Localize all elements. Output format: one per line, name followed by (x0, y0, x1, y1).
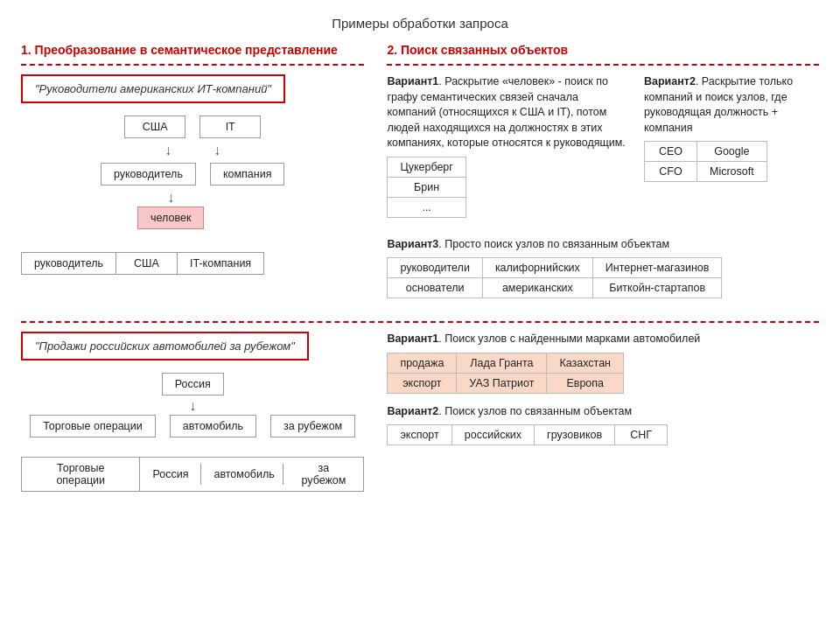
node-kompaniya: компания (210, 163, 285, 186)
flat2-node-1: Торговые операции (22, 458, 140, 491)
bv1-r2c2: УАЗ Патриот (457, 373, 547, 393)
table-row: экспорт УАЗ Патриот Европа (388, 373, 624, 393)
bottom-section: "Продажи российских автомобилей за рубеж… (21, 332, 819, 492)
node-zarubezh: за рубежом (270, 415, 355, 438)
arrow-mid: ↓ (0, 189, 364, 206)
variant2-title: Вариант2. Раскрытие только компаний и по… (644, 74, 819, 136)
bottom-v2-title: Вариант2. Поиск узлов по связанным объек… (387, 404, 819, 420)
divider2 (387, 64, 819, 66)
bv2-text: . Поиск узлов по связанным объектам (438, 405, 632, 417)
bottom-right-col: Вариант1. Поиск узлов с найденными марка… (380, 332, 819, 492)
table-row: продажа Лада Гранта Казахстан (388, 353, 624, 373)
page: Примеры обработки запроса 1. Преобразова… (0, 0, 840, 508)
v3-r2c1: основатели (388, 278, 482, 298)
variant1-table: Цукерберг Брин ... (387, 157, 466, 218)
bottom-variant1-block: Вариант1. Поиск узлов с найденными марка… (387, 332, 819, 394)
v2-r2c1: CFO (644, 162, 696, 182)
graph2-top-row: Россия (21, 373, 364, 396)
node-usa: США (124, 116, 186, 138)
node-it: IT (200, 116, 261, 138)
v3-r1c1: руководители (388, 258, 482, 278)
bv2-r1c3: грузовиков (535, 425, 615, 445)
bv1-r2c3: Европа (547, 373, 624, 393)
graph2-mid-row: Торговые операции автомобиль за рубежом (21, 415, 364, 438)
main-content: 1. Преобразование в семантическое предст… (21, 43, 819, 309)
table-row: Брин (388, 177, 466, 197)
v3-r2c3: Биткойн-стартапов (592, 278, 722, 298)
variants-split: Вариант1. Раскрытие «человек» - поиск по… (387, 74, 819, 228)
bv1-r2c1: экспорт (388, 373, 457, 393)
bv2-label: Вариант (387, 405, 432, 417)
table-row: руководители калифорнийских Интернет-маг… (388, 258, 722, 278)
right-column: 2. Поиск связанных объектов Вариант1. Ра… (380, 43, 819, 309)
section1-heading: 1. Преобразование в семантическое предст… (21, 43, 364, 57)
table-row: основатели американских Биткойн-стартапо… (388, 278, 722, 298)
arrow-down-mid: ↓ (167, 191, 174, 205)
v1-name-2: Брин (388, 177, 466, 197)
bv1-r1c1: продажа (388, 353, 457, 373)
variant3-block: Вариант3. Просто поиск узлов по связанны… (387, 237, 819, 299)
variant1-label: Вариант (387, 75, 432, 88)
bottom-variant2-block: Вариант2. Поиск узлов по связанным объек… (387, 404, 819, 446)
v3-r1c3: Интернет-магазинов (592, 258, 722, 278)
v1-name-3: ... (388, 197, 466, 217)
v2-r1c1: CEO (644, 142, 696, 162)
graph-arrows: ↓ ↓ (21, 142, 364, 159)
page-title: Примеры обработки запроса (21, 16, 819, 31)
bottom-left-col: "Продажи российских автомобилей за рубеж… (21, 332, 380, 492)
graph-mid-row: руководитель компания (21, 163, 364, 186)
query-box-2: "Продажи российских автомобилей за рубеж… (21, 332, 309, 360)
graph-area-1: США IT ↓ ↓ руководитель компания ↓ (21, 116, 364, 229)
v3-r1c2: калифорнийских (482, 258, 592, 278)
variant2-label: Вариант (644, 75, 690, 88)
bv2-r1c2: российских (452, 425, 534, 445)
graph-area-2: Россия ↓ Торговые операции автомобиль за… (21, 373, 364, 438)
node-russia: Россия (162, 373, 224, 396)
variant1-title: Вариант1. Раскрытие «человек» - поиск по… (387, 74, 626, 151)
divider1 (21, 64, 364, 66)
bv2-r1c1: экспорт (388, 425, 452, 445)
v1-name-1: Цукерберг (388, 157, 466, 177)
flat2-node-3: автомобиль (201, 464, 284, 485)
bv1-label: Вариант (387, 332, 432, 345)
v3-r2c2: американских (482, 278, 592, 298)
variant2-num: 2 (690, 75, 696, 88)
left-column: 1. Преобразование в семантическое предст… (21, 43, 380, 309)
variant2-block: Вариант2. Раскрытие только компаний и по… (644, 74, 819, 182)
table-row: CEO Google (644, 142, 766, 162)
table-row: Цукерберг (388, 157, 466, 177)
variant3-text: . Просто поиск узлов по связанным объект… (438, 238, 669, 250)
arrow-left: ↓ (164, 144, 172, 158)
flat-node-1: руководитель (22, 253, 116, 274)
flat2-node-4: за рубежом (284, 458, 363, 491)
flat-row-2-container: Торговые операции Россия автомобиль за р… (21, 448, 364, 492)
flat2-node-2: Россия (140, 464, 201, 485)
flat-row-1: руководитель США IT-компания (21, 252, 264, 275)
variant1-block: Вариант1. Раскрытие «человек» - поиск по… (387, 74, 626, 218)
flat-row-2: Торговые операции Россия автомобиль за р… (21, 457, 364, 492)
v2-r2c2: Microsoft (696, 162, 766, 182)
graph-bot-row: человек (21, 206, 364, 229)
bottom-v1-title: Вариант1. Поиск узлов с найденными марка… (387, 332, 819, 347)
main-divider (21, 321, 819, 323)
node-torg: Торговые операции (30, 415, 156, 438)
variant3-table: руководители калифорнийских Интернет-маг… (387, 257, 722, 298)
bottom-v2-table: экспорт российских грузовиков СНГ (387, 424, 668, 445)
arrow2-down: ↓ (21, 399, 364, 413)
table-row: ... (388, 197, 466, 217)
bottom-v1-table: продажа Лада Гранта Казахстан экспорт УА… (387, 353, 624, 394)
query-box-1: "Руководители американских ИТ-компаний" (21, 74, 285, 103)
graph-top-row: США IT (21, 116, 364, 138)
flat-row-1-container: руководитель США IT-компания (21, 243, 364, 275)
bv2-r1c4: СНГ (615, 425, 668, 445)
v2-r1c2: Google (696, 142, 766, 162)
variant3-label: Вариант (387, 238, 432, 250)
arrow-right: ↓ (214, 144, 220, 158)
variant3-title: Вариант3. Просто поиск узлов по связанны… (387, 237, 819, 253)
node-chelovek: человек (137, 206, 204, 229)
bv1-text: . Поиск узлов с найденными марками автом… (438, 332, 700, 345)
table-row: экспорт российских грузовиков СНГ (388, 425, 668, 445)
variant2-table: CEO Google CFO Microsoft (644, 141, 767, 182)
bv1-r1c3: Казахстан (547, 353, 624, 373)
section2-heading: 2. Поиск связанных объектов (387, 43, 819, 57)
